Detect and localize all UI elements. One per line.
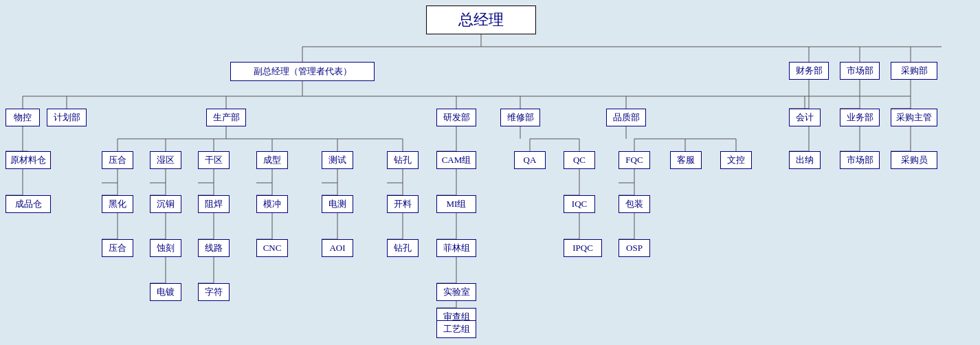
ceo-label: 总经理: [458, 10, 504, 30]
yanfa-node: 研发部: [436, 109, 476, 126]
osp-node: OSP: [619, 239, 650, 257]
yuancailiao-node: 原材料仓: [5, 151, 51, 169]
kuaiji-node: 会计: [789, 109, 821, 126]
aoi-node: AOI: [322, 239, 353, 257]
yahe2-node: 压合: [102, 239, 133, 257]
caigou-yuan-node: 采购员: [891, 151, 937, 169]
shengchan-node: 生产部: [206, 109, 246, 126]
yahe-node: 压合: [102, 151, 133, 169]
felin-node: 菲林组: [436, 239, 476, 257]
chuna-node: 出纳: [789, 151, 821, 169]
dianche-node: 电测: [322, 195, 353, 213]
shichang-dep-node: 市场部: [840, 62, 880, 80]
shiqu-node: 湿区: [150, 151, 181, 169]
kailiao-node: 开料: [387, 195, 419, 213]
qc-node: QC: [564, 151, 595, 169]
iqc-node: IQC: [564, 195, 595, 213]
xianlu-node: 线路: [198, 239, 230, 257]
shichang-sub-node: 市场部: [840, 151, 880, 169]
shentong-node: 沉铜: [150, 195, 181, 213]
shike-node: 蚀刻: [150, 239, 181, 257]
caiwu-node: 财务部: [789, 62, 829, 80]
kefu-node: 客服: [670, 151, 702, 169]
caigou-dep-node: 采购部: [891, 62, 937, 80]
org-chart: 总经理 副总经理（管理者代表） 物控 计划部 生产部 研发部 维修部 品质部 财…: [0, 0, 980, 345]
zuhang-node: 阻焊: [198, 195, 230, 213]
fqc-node: FQC: [619, 151, 650, 169]
caigou-zhuguan-node: 采购主管: [891, 109, 937, 126]
weixiu-node: 维修部: [500, 109, 540, 126]
cnc-node: CNC: [256, 239, 288, 257]
vceo-node: 副总经理（管理者代表）: [230, 62, 375, 81]
zifu-node: 字符: [198, 283, 230, 301]
chenpin-node: 成品仓: [5, 195, 51, 213]
diandu-node: 电镀: [150, 283, 181, 301]
mi-group-node: MI组: [436, 195, 476, 213]
vceo-label: 副总经理（管理者代表）: [254, 65, 352, 78]
connector-lines: [0, 0, 980, 345]
mochong-node: 模冲: [256, 195, 288, 213]
ceo-node: 总经理: [426, 5, 536, 34]
jihua-node: 计划部: [47, 109, 87, 126]
wenkong-node: 文控: [720, 151, 752, 169]
zuankong2-node: 钻孔: [387, 239, 419, 257]
cam-node: CAM组: [436, 151, 476, 169]
gongyizu-node: 工艺组: [436, 320, 476, 338]
yewu-node: 业务部: [840, 109, 880, 126]
ipqc-node: IPQC: [564, 239, 602, 257]
shiyanshi-node: 实验室: [436, 283, 476, 301]
pinzhi-node: 品质部: [606, 109, 646, 126]
ganqu-node: 干区: [198, 151, 230, 169]
heihua-node: 黑化: [102, 195, 133, 213]
baozhuang-node: 包装: [619, 195, 650, 213]
qa-node: QA: [514, 151, 546, 169]
chengxing-node: 成型: [256, 151, 288, 169]
zuankong-node: 钻孔: [387, 151, 419, 169]
wukong-node: 物控: [5, 109, 40, 126]
ceshi-node: 测试: [322, 151, 353, 169]
